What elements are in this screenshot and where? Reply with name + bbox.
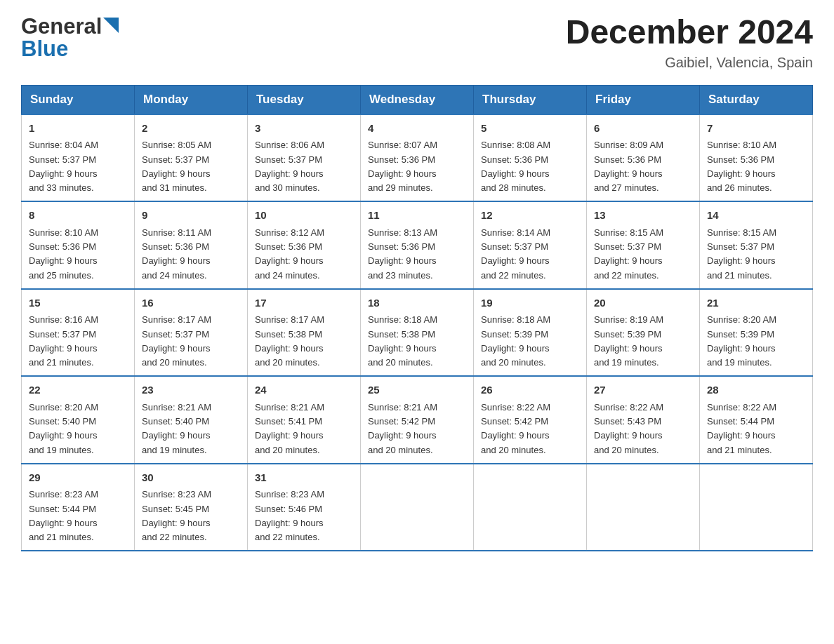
calendar-table: Sunday Monday Tuesday Wednesday Thursday… bbox=[21, 85, 813, 552]
day-number: 28 bbox=[707, 382, 805, 398]
day-number: 21 bbox=[707, 295, 805, 311]
col-sunday: Sunday bbox=[22, 85, 135, 114]
day-cell: 18 Sunrise: 8:18 AM Sunset: 5:38 PM Dayl… bbox=[361, 289, 474, 377]
day-cell: 6 Sunrise: 8:09 AM Sunset: 5:36 PM Dayli… bbox=[587, 114, 700, 202]
day-number: 13 bbox=[594, 208, 692, 224]
day-info: Sunrise: 8:22 AM Sunset: 5:44 PM Dayligh… bbox=[707, 402, 776, 455]
page-header: General Blue December 2024 Gaibiel, Vale… bbox=[21, 14, 813, 71]
day-cell: 4 Sunrise: 8:07 AM Sunset: 5:36 PM Dayli… bbox=[361, 114, 474, 202]
location-text: Gaibiel, Valencia, Spain bbox=[566, 55, 813, 71]
day-info: Sunrise: 8:17 AM Sunset: 5:37 PM Dayligh… bbox=[142, 314, 211, 368]
week-row-2: 8 Sunrise: 8:10 AM Sunset: 5:36 PM Dayli… bbox=[22, 201, 813, 289]
day-cell: 10 Sunrise: 8:12 AM Sunset: 5:36 PM Dayl… bbox=[248, 201, 361, 289]
day-number: 9 bbox=[142, 208, 240, 224]
day-cell: 24 Sunrise: 8:21 AM Sunset: 5:41 PM Dayl… bbox=[248, 376, 361, 464]
day-number: 22 bbox=[29, 382, 127, 398]
logo-arrow-icon bbox=[103, 18, 119, 33]
week-row-5: 29 Sunrise: 8:23 AM Sunset: 5:44 PM Dayl… bbox=[22, 464, 813, 551]
day-cell: 22 Sunrise: 8:20 AM Sunset: 5:40 PM Dayl… bbox=[22, 376, 135, 464]
day-info: Sunrise: 8:18 AM Sunset: 5:39 PM Dayligh… bbox=[481, 314, 550, 368]
day-number: 8 bbox=[29, 208, 127, 224]
day-info: Sunrise: 8:07 AM Sunset: 5:36 PM Dayligh… bbox=[368, 140, 437, 193]
logo-blue-text: Blue bbox=[21, 36, 68, 61]
day-cell: 9 Sunrise: 8:11 AM Sunset: 5:36 PM Dayli… bbox=[135, 201, 248, 289]
day-cell: 3 Sunrise: 8:06 AM Sunset: 5:37 PM Dayli… bbox=[248, 114, 361, 202]
day-info: Sunrise: 8:21 AM Sunset: 5:41 PM Dayligh… bbox=[255, 402, 324, 455]
day-number: 31 bbox=[255, 470, 353, 486]
day-cell: 31 Sunrise: 8:23 AM Sunset: 5:46 PM Dayl… bbox=[248, 464, 361, 551]
day-number: 23 bbox=[142, 382, 240, 398]
day-number: 24 bbox=[255, 382, 353, 398]
day-info: Sunrise: 8:15 AM Sunset: 5:37 PM Dayligh… bbox=[707, 227, 776, 281]
day-info: Sunrise: 8:21 AM Sunset: 5:40 PM Dayligh… bbox=[142, 402, 211, 455]
col-monday: Monday bbox=[135, 85, 248, 114]
day-number: 19 bbox=[481, 295, 579, 311]
day-cell: 27 Sunrise: 8:22 AM Sunset: 5:43 PM Dayl… bbox=[587, 376, 700, 464]
day-cell: 13 Sunrise: 8:15 AM Sunset: 5:37 PM Dayl… bbox=[587, 201, 700, 289]
day-info: Sunrise: 8:10 AM Sunset: 5:36 PM Dayligh… bbox=[29, 227, 98, 281]
day-cell: 20 Sunrise: 8:19 AM Sunset: 5:39 PM Dayl… bbox=[587, 289, 700, 377]
day-info: Sunrise: 8:23 AM Sunset: 5:45 PM Dayligh… bbox=[142, 489, 211, 542]
col-friday: Friday bbox=[587, 85, 700, 114]
day-number: 5 bbox=[481, 121, 579, 137]
col-saturday: Saturday bbox=[700, 85, 813, 114]
logo: General Blue bbox=[21, 14, 119, 62]
title-section: December 2024 Gaibiel, Valencia, Spain bbox=[566, 14, 813, 71]
day-number: 30 bbox=[142, 470, 240, 486]
day-cell: 29 Sunrise: 8:23 AM Sunset: 5:44 PM Dayl… bbox=[22, 464, 135, 551]
day-number: 3 bbox=[255, 121, 353, 137]
day-cell: 5 Sunrise: 8:08 AM Sunset: 5:36 PM Dayli… bbox=[474, 114, 587, 202]
day-cell: 16 Sunrise: 8:17 AM Sunset: 5:37 PM Dayl… bbox=[135, 289, 248, 377]
day-info: Sunrise: 8:16 AM Sunset: 5:37 PM Dayligh… bbox=[29, 314, 98, 368]
day-info: Sunrise: 8:23 AM Sunset: 5:44 PM Dayligh… bbox=[29, 489, 98, 542]
week-row-1: 1 Sunrise: 8:04 AM Sunset: 5:37 PM Dayli… bbox=[22, 114, 813, 202]
day-info: Sunrise: 8:09 AM Sunset: 5:36 PM Dayligh… bbox=[594, 140, 663, 193]
day-number: 18 bbox=[368, 295, 466, 311]
day-number: 14 bbox=[707, 208, 805, 224]
svg-marker-0 bbox=[103, 18, 119, 33]
day-info: Sunrise: 8:11 AM Sunset: 5:36 PM Dayligh… bbox=[142, 227, 211, 281]
day-number: 29 bbox=[29, 470, 127, 486]
day-cell: 8 Sunrise: 8:10 AM Sunset: 5:36 PM Dayli… bbox=[22, 201, 135, 289]
day-info: Sunrise: 8:17 AM Sunset: 5:38 PM Dayligh… bbox=[255, 314, 324, 368]
day-cell bbox=[361, 464, 474, 551]
day-info: Sunrise: 8:08 AM Sunset: 5:36 PM Dayligh… bbox=[481, 140, 550, 193]
day-number: 1 bbox=[29, 121, 127, 137]
day-number: 7 bbox=[707, 121, 805, 137]
day-cell: 15 Sunrise: 8:16 AM Sunset: 5:37 PM Dayl… bbox=[22, 289, 135, 377]
day-info: Sunrise: 8:23 AM Sunset: 5:46 PM Dayligh… bbox=[255, 489, 324, 542]
day-cell: 25 Sunrise: 8:21 AM Sunset: 5:42 PM Dayl… bbox=[361, 376, 474, 464]
day-number: 2 bbox=[142, 121, 240, 137]
day-cell: 14 Sunrise: 8:15 AM Sunset: 5:37 PM Dayl… bbox=[700, 201, 813, 289]
day-cell: 1 Sunrise: 8:04 AM Sunset: 5:37 PM Dayli… bbox=[22, 114, 135, 202]
day-info: Sunrise: 8:22 AM Sunset: 5:43 PM Dayligh… bbox=[594, 402, 663, 455]
calendar-header: Sunday Monday Tuesday Wednesday Thursday… bbox=[22, 85, 813, 114]
day-cell: 12 Sunrise: 8:14 AM Sunset: 5:37 PM Dayl… bbox=[474, 201, 587, 289]
day-info: Sunrise: 8:20 AM Sunset: 5:39 PM Dayligh… bbox=[707, 314, 776, 368]
day-number: 12 bbox=[481, 208, 579, 224]
day-number: 6 bbox=[594, 121, 692, 137]
day-info: Sunrise: 8:20 AM Sunset: 5:40 PM Dayligh… bbox=[29, 402, 98, 455]
day-info: Sunrise: 8:14 AM Sunset: 5:37 PM Dayligh… bbox=[481, 227, 550, 281]
day-cell: 21 Sunrise: 8:20 AM Sunset: 5:39 PM Dayl… bbox=[700, 289, 813, 377]
day-cell: 17 Sunrise: 8:17 AM Sunset: 5:38 PM Dayl… bbox=[248, 289, 361, 377]
day-info: Sunrise: 8:13 AM Sunset: 5:36 PM Dayligh… bbox=[368, 227, 437, 281]
col-thursday: Thursday bbox=[474, 85, 587, 114]
day-cell: 26 Sunrise: 8:22 AM Sunset: 5:42 PM Dayl… bbox=[474, 376, 587, 464]
col-wednesday: Wednesday bbox=[361, 85, 474, 114]
header-row: Sunday Monday Tuesday Wednesday Thursday… bbox=[22, 85, 813, 114]
month-title: December 2024 bbox=[566, 14, 813, 51]
day-number: 10 bbox=[255, 208, 353, 224]
week-row-4: 22 Sunrise: 8:20 AM Sunset: 5:40 PM Dayl… bbox=[22, 376, 813, 464]
day-info: Sunrise: 8:04 AM Sunset: 5:37 PM Dayligh… bbox=[29, 140, 98, 193]
day-number: 16 bbox=[142, 295, 240, 311]
day-info: Sunrise: 8:06 AM Sunset: 5:37 PM Dayligh… bbox=[255, 140, 324, 193]
day-cell bbox=[474, 464, 587, 551]
day-cell bbox=[700, 464, 813, 551]
week-row-3: 15 Sunrise: 8:16 AM Sunset: 5:37 PM Dayl… bbox=[22, 289, 813, 377]
day-number: 27 bbox=[594, 382, 692, 398]
day-cell: 2 Sunrise: 8:05 AM Sunset: 5:37 PM Dayli… bbox=[135, 114, 248, 202]
day-number: 11 bbox=[368, 208, 466, 224]
day-number: 26 bbox=[481, 382, 579, 398]
day-info: Sunrise: 8:22 AM Sunset: 5:42 PM Dayligh… bbox=[481, 402, 550, 455]
